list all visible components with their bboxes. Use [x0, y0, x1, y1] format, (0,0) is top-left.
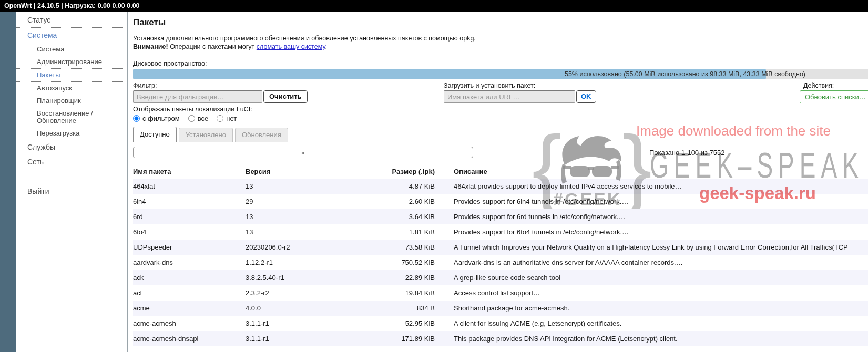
- cell-ver: 29: [246, 194, 377, 209]
- sidebar-item-reboot[interactable]: Перезагрузка: [16, 127, 127, 140]
- package-table-wrap: Имя пакета Версия Размер (.ipk) Описание…: [133, 164, 868, 346]
- cell-name: 464xlat: [133, 179, 246, 194]
- locale-radio-1[interactable]: все: [188, 115, 209, 122]
- cell-ver: 13: [246, 209, 377, 224]
- locale-radio-group: с фильтромвсенет: [133, 115, 868, 122]
- tab-installed[interactable]: Установлено: [179, 128, 233, 142]
- cell-desc: Access control list support…: [435, 285, 868, 301]
- cell-ver: 3.1.1-r1: [246, 316, 377, 331]
- page-title: Пакеты: [133, 17, 868, 32]
- pagination-info: Показано 1-100 из 7552: [649, 149, 724, 157]
- clear-filter-button[interactable]: Очистить: [263, 90, 308, 103]
- sidebar-item-scheduler[interactable]: Планировщик: [16, 95, 127, 107]
- table-row[interactable]: 464xlat134.87 KiB464xlat provides suppor…: [133, 179, 868, 194]
- cell-ver: 2.3.2-r2: [246, 285, 377, 301]
- cell-desc: Provides support for 6in4 tunnels in /et…: [435, 194, 868, 209]
- actions-label: Действия:: [803, 81, 868, 90]
- table-row[interactable]: acl2.3.2-r219.84 KiBAccess control list …: [133, 285, 868, 301]
- sidebar-item-logout[interactable]: Выйти: [16, 184, 127, 199]
- tab-available[interactable]: Доступно: [133, 127, 177, 142]
- table-row[interactable]: acme4.0.0834 BShorthand package for acme…: [133, 301, 868, 316]
- cell-name: 6rd: [133, 209, 246, 224]
- sidebar-item-packages[interactable]: Пакеты: [16, 68, 127, 82]
- cell-size: 22.89 KiB: [377, 270, 435, 285]
- cell-ver: 20230206.0-r2: [246, 240, 377, 255]
- radio-icon[interactable]: [217, 115, 223, 122]
- upload-label: Загрузить и установить пакет:: [444, 81, 596, 90]
- table-row[interactable]: 6in4292.60 KiBProvides support for 6in4 …: [133, 194, 868, 209]
- sidebar: СтатусСистемаСистемаАдминистрированиеПак…: [16, 12, 128, 352]
- cell-desc: Aardvark-dns is an authoritative dns ser…: [435, 255, 868, 270]
- upload-section: Загрузить и установить пакет: OK: [444, 81, 596, 103]
- col-header-name: Имя пакета: [133, 164, 246, 179]
- locale-radio-0[interactable]: с фильтром: [133, 115, 180, 122]
- cell-desc: A grep-like source code search tool: [435, 270, 868, 285]
- cell-ver: 13: [246, 224, 377, 240]
- sidebar-item-startup[interactable]: Автозапуск: [16, 82, 127, 95]
- cell-name: 6in4: [133, 194, 246, 209]
- cell-desc: A client for issuing ACME (e.g, Letsencr…: [435, 316, 868, 331]
- cell-size: 750.52 KiB: [377, 255, 435, 270]
- table-row[interactable]: 6to4131.81 KiBProvides support for 6to4 …: [133, 224, 868, 240]
- cell-size: 4.87 KiB: [377, 179, 435, 194]
- intro-line: Установка дополнительного программного о…: [133, 34, 868, 43]
- cell-size: 2.60 KiB: [377, 194, 435, 209]
- table-row[interactable]: UDPspeeder20230206.0-r273.58 KiBA Tunnel…: [133, 240, 868, 255]
- table-row[interactable]: 6rd133.64 KiBProvides support for 6rd tu…: [133, 209, 868, 224]
- cell-ver: 3.1.1-r1: [246, 331, 377, 346]
- topbar-title: OpenWrt | 24.10.5 | Нагрузка: 0.00 0.00 …: [4, 2, 140, 9]
- break-system-link[interactable]: сломать вашу систему: [257, 43, 325, 50]
- cell-name: acl: [133, 285, 246, 301]
- page-description: Установка дополнительного программного о…: [133, 34, 868, 51]
- cell-name: acme-acmesh: [133, 316, 246, 331]
- sidebar-item-system[interactable]: Система: [16, 27, 127, 43]
- cell-name: acme-acmesh-dnsapi: [133, 331, 246, 346]
- pagination: « Показано 1-100 из 7552: [133, 147, 868, 158]
- locale-packages-label: Отображать пакеты локализации LuCI:: [133, 105, 868, 113]
- disk-space-label: Дисковое пространство:: [133, 60, 868, 67]
- package-url-input[interactable]: [444, 90, 575, 103]
- cell-desc: Provides support for 6rd tunnels in /etc…: [435, 209, 868, 224]
- cell-ver: 13: [246, 179, 377, 194]
- table-row[interactable]: acme-acmesh-dnsapi3.1.1-r1171.89 KiBThis…: [133, 331, 868, 346]
- radio-icon[interactable]: [133, 115, 140, 122]
- prev-page-button[interactable]: «: [133, 147, 473, 158]
- warning-bold: Внимание!: [133, 43, 168, 50]
- cell-name: aardvark-dns: [133, 255, 246, 270]
- update-lists-button[interactable]: Обновить списки…: [800, 90, 868, 103]
- sidebar-item-services[interactable]: Службы: [16, 140, 127, 154]
- table-row[interactable]: ack3.8.2.5.40-r122.89 KiBA grep-like sou…: [133, 270, 868, 285]
- sidebar-item-administration[interactable]: Администрирование: [16, 56, 127, 68]
- sidebar-item-network[interactable]: Сеть: [16, 154, 127, 169]
- radio-icon[interactable]: [188, 115, 195, 122]
- cell-size: 73.58 KiB: [377, 240, 435, 255]
- tab-updates[interactable]: Обновления: [235, 128, 288, 142]
- sidebar-item-system-sub[interactable]: Система: [16, 43, 127, 56]
- luci-abbr: LuCI: [237, 106, 250, 113]
- disk-usage-bar: 55% использовано (55.00 MiB использовано…: [133, 69, 868, 79]
- topbar: OpenWrt | 24.10.5 | Нагрузка: 0.00 0.00 …: [0, 0, 868, 12]
- cell-name: ack: [133, 270, 246, 285]
- edge-strip: [0, 12, 16, 352]
- cell-desc: 464xlat provides support to deploy limit…: [435, 179, 868, 194]
- ok-button[interactable]: OK: [576, 90, 596, 103]
- sidebar-item-backup-restore[interactable]: Восстановление / Обновление: [16, 107, 127, 127]
- table-row[interactable]: aardvark-dns1.12.2-r1750.52 KiBAardvark-…: [133, 255, 868, 270]
- warning-line: Внимание! Операции с пакетами могут слом…: [133, 43, 868, 51]
- radio-label: с фильтром: [142, 115, 180, 122]
- filter-input[interactable]: [133, 90, 262, 103]
- cell-size: 52.95 KiB: [377, 316, 435, 331]
- sidebar-item-status[interactable]: Статус: [16, 13, 127, 27]
- cell-ver: 1.12.2-r1: [246, 255, 377, 270]
- cell-size: 834 B: [377, 301, 435, 316]
- cell-size: 3.64 KiB: [377, 209, 435, 224]
- cell-size: 171.89 KiB: [377, 331, 435, 346]
- col-header-version: Версия: [246, 164, 377, 179]
- locale-radio-2[interactable]: нет: [217, 115, 237, 122]
- cell-ver: 4.0.0: [246, 301, 377, 316]
- disk-usage-text: 55% использовано (55.00 MiB использовано…: [133, 69, 868, 79]
- table-row[interactable]: acme-acmesh3.1.1-r152.95 KiBA client for…: [133, 316, 868, 331]
- cell-name: 6to4: [133, 224, 246, 240]
- radio-label: все: [198, 115, 209, 122]
- cell-ver: 3.8.2.5.40-r1: [246, 270, 377, 285]
